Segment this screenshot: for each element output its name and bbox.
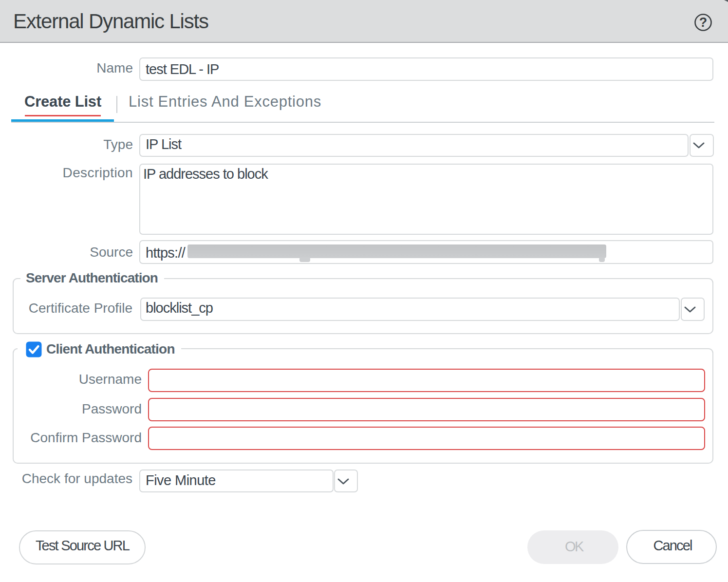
svg-text:?: ?	[699, 15, 708, 30]
